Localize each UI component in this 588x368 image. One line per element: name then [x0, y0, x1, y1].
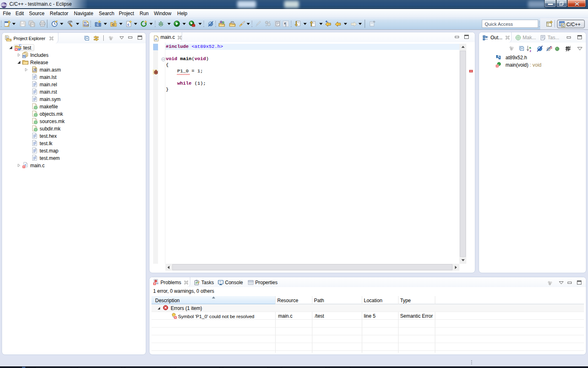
- svg-text:.c: .c: [154, 37, 157, 41]
- svg-text:S: S: [34, 68, 36, 72]
- svg-text:c: c: [127, 22, 129, 27]
- svg-text:z: z: [530, 49, 531, 52]
- svg-text:010: 010: [83, 23, 89, 27]
- svg-text:¶: ¶: [284, 21, 287, 27]
- svg-text:C: C: [97, 23, 99, 27]
- svg-text:C: C: [112, 23, 115, 27]
- svg-text:C: C: [562, 24, 564, 27]
- svg-text:h: h: [23, 54, 25, 58]
- svg-text:C: C: [19, 44, 22, 47]
